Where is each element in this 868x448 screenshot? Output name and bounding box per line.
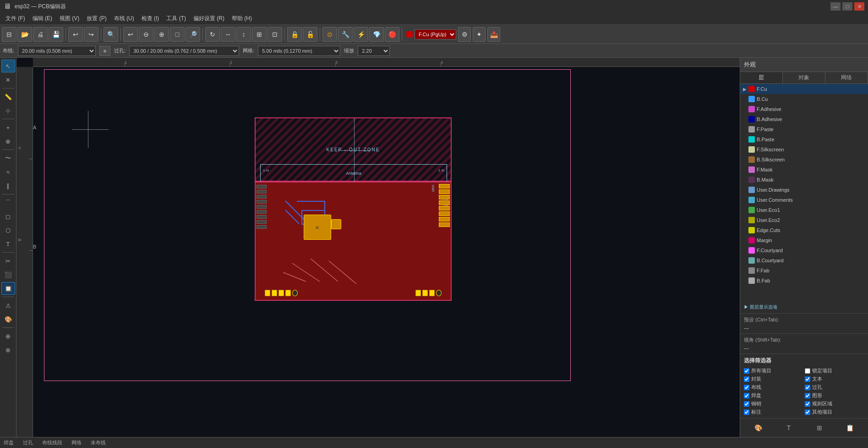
layer-item-usereco2[interactable]: User.Eco2: [740, 215, 868, 225]
layer-item-bmask[interactable]: B.Mask: [740, 175, 868, 185]
export-button[interactable]: 📤: [487, 27, 500, 42]
layer-item-ffab[interactable]: F.Fab: [740, 265, 868, 276]
checkbox-dimensions[interactable]: [744, 409, 749, 415]
menu-preferences[interactable]: 偏好设置 (R): [190, 14, 228, 23]
checkbox-traces[interactable]: [744, 385, 749, 390]
selector-other[interactable]: 其他项目: [805, 409, 864, 415]
add-text-tool[interactable]: T: [1, 238, 15, 250]
zoom-fit-button[interactable]: □: [170, 27, 185, 42]
route-diff-tool[interactable]: ≈: [1, 166, 15, 178]
select-tool[interactable]: ↖: [1, 60, 15, 72]
titlebar-controls[interactable]: — □ ✕: [830, 2, 864, 11]
status-nets[interactable]: 网络: [71, 439, 82, 446]
panel-grid-btn[interactable]: ⊞: [813, 421, 826, 434]
panel-appearance-btn[interactable]: 🎨: [752, 421, 764, 434]
selector-footprint[interactable]: 封装: [744, 376, 803, 382]
layer-item-fcourtyard[interactable]: F.Courtyard: [740, 245, 868, 255]
add-footprint-tool[interactable]: +: [1, 121, 15, 134]
grid-button[interactable]: ⊞: [252, 27, 267, 42]
menu-file[interactable]: 文件 (F): [2, 14, 29, 23]
checkbox-rule-areas[interactable]: [805, 401, 810, 407]
zoom-selection-button[interactable]: 🔎: [186, 27, 200, 42]
delete-tool[interactable]: ✂: [1, 254, 15, 267]
add-via-tool[interactable]: ⊕: [1, 135, 15, 148]
selector-vias[interactable]: 过孔: [805, 384, 864, 391]
tab-nets[interactable]: 网络: [825, 72, 868, 83]
close-button[interactable]: ✕: [854, 2, 864, 11]
route-bus-tool[interactable]: ∥: [1, 179, 15, 192]
measure-tool[interactable]: 📏: [1, 90, 15, 103]
layer-item-bsilk[interactable]: B.Silkscreen: [740, 155, 868, 165]
layer-item-fmask[interactable]: F.Mask: [740, 165, 868, 175]
layer-selector[interactable]: F.Cu (PgUp): [415, 29, 456, 39]
3d-button[interactable]: 💎: [369, 27, 384, 42]
unlock-button[interactable]: 🔓: [303, 27, 317, 42]
menu-inspect[interactable]: 检查 (I): [138, 14, 163, 23]
layer-item-usercomments[interactable]: User.Comments: [740, 195, 868, 205]
mirror-button[interactable]: ↕: [236, 27, 251, 42]
checkbox-all-items[interactable]: [744, 368, 749, 374]
align-tool[interactable]: ⊹: [1, 104, 15, 117]
copper-pour-tool[interactable]: ⬛: [1, 268, 15, 281]
selector-rule-areas[interactable]: 规则区域: [805, 400, 864, 407]
extra-tool[interactable]: ⊗: [1, 343, 15, 356]
checkbox-other[interactable]: [805, 409, 810, 415]
selector-pads[interactable]: 焊盘: [744, 392, 803, 399]
maximize-button[interactable]: □: [842, 2, 852, 11]
layer-item-bcourtyard[interactable]: B.Courtyard: [740, 255, 868, 265]
status-traces[interactable]: 布线线段: [42, 439, 62, 446]
layer-item-fcu[interactable]: ▶ F.Cu: [740, 84, 868, 94]
zoom-in-button[interactable]: ⊕: [154, 27, 169, 42]
calibrate-tool[interactable]: ⊕: [1, 330, 15, 343]
layer-item-fsilk[interactable]: F.Silkscreen: [740, 144, 868, 155]
via-size-select[interactable]: 30.00 / 20.00 mils (0.762 / 0.508 mm): [129, 46, 239, 56]
undo-button[interactable]: ↩: [68, 27, 83, 42]
checkbox-text[interactable]: [805, 376, 810, 382]
route-track-tool[interactable]: 〜: [1, 152, 15, 165]
menu-route[interactable]: 布线 (U): [110, 14, 138, 23]
refresh-button[interactable]: ↻: [205, 27, 220, 42]
canvas-area[interactable]: 1 2 3 4 A B A B: [16, 58, 740, 437]
tab-layers[interactable]: 层: [740, 72, 783, 83]
checkbox-locked-items[interactable]: [805, 368, 810, 374]
status-pads[interactable]: 焊盘: [4, 439, 14, 446]
layer-item-edgecuts[interactable]: Edge.Cuts: [740, 225, 868, 235]
layer-item-bcu[interactable]: B.Cu: [740, 94, 868, 104]
show-opts-link[interactable]: ▶ 图层显示选项: [744, 304, 777, 310]
status-unrouted[interactable]: 未布线: [91, 439, 106, 446]
grid-select[interactable]: 5.00 mils (0.1270 mm): [258, 46, 340, 56]
add-shape-tool[interactable]: ◻: [1, 210, 15, 223]
open-button[interactable]: 📂: [17, 27, 32, 42]
zoom-select[interactable]: 2.20: [358, 46, 390, 56]
close-tool[interactable]: ✕: [1, 73, 15, 86]
layer-item-bpaste[interactable]: B.Paste: [740, 134, 868, 144]
grid2-button[interactable]: ⊡: [267, 27, 282, 42]
diff-button[interactable]: 🔴: [385, 27, 399, 42]
selector-locked-items[interactable]: 锁定项目: [805, 367, 864, 374]
layer-item-badhesive[interactable]: B.Adhesive: [740, 114, 868, 124]
menu-help[interactable]: 帮助 (H): [228, 14, 256, 23]
layer-item-margin[interactable]: Margin: [740, 235, 868, 245]
minimize-button[interactable]: —: [830, 2, 841, 11]
status-vias[interactable]: 过孔: [23, 439, 33, 446]
show-layer-options[interactable]: ▶ 图层显示选项: [740, 301, 868, 314]
drc-tool[interactable]: ⚠: [1, 299, 15, 312]
selector-copper-pour[interactable]: 铜销: [744, 400, 803, 407]
selector-graphics[interactable]: 图形: [805, 392, 864, 399]
checkbox-copper-pour[interactable]: [744, 401, 749, 407]
save-button[interactable]: 💾: [49, 27, 63, 42]
menu-place[interactable]: 放置 (P): [83, 14, 110, 23]
edit-copper-tool[interactable]: 🔲: [1, 282, 15, 295]
drc2-button[interactable]: 🔧: [338, 27, 353, 42]
redo-button[interactable]: ↪: [84, 27, 98, 42]
selector-dimensions[interactable]: 标注: [744, 409, 803, 415]
print-button[interactable]: 🖨: [33, 27, 48, 42]
layer-item-userdraw[interactable]: User.Drawings: [740, 185, 868, 195]
checkbox-pads[interactable]: [744, 393, 749, 398]
flip-h-button[interactable]: ↔: [221, 27, 235, 42]
menu-view[interactable]: 视图 (V): [56, 14, 83, 23]
add-polygon-tool[interactable]: ⬡: [1, 224, 15, 237]
netlist-button[interactable]: ⚡: [354, 27, 368, 42]
checkbox-vias[interactable]: [805, 385, 810, 390]
layer-item-fpaste[interactable]: F.Paste: [740, 124, 868, 134]
